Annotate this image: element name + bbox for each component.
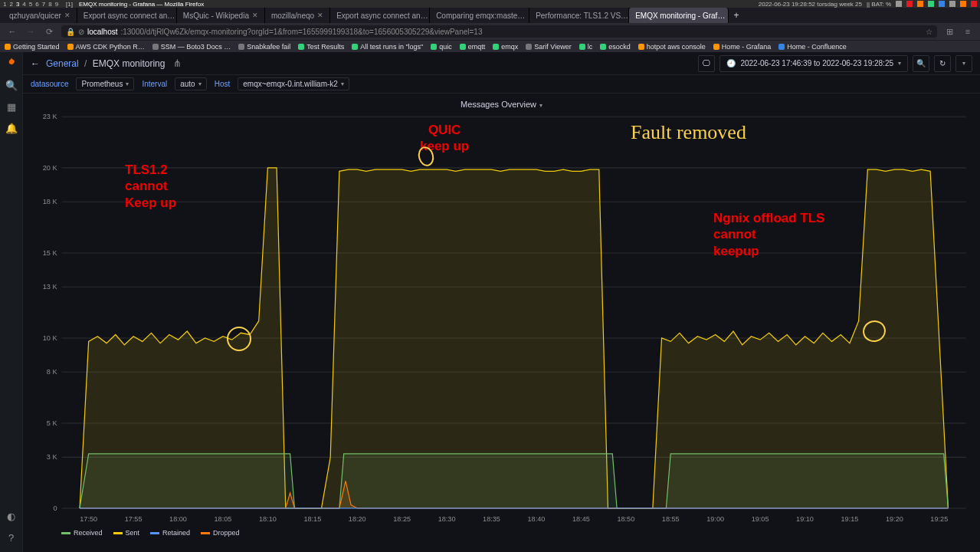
search-icon[interactable]: 🔍 [5, 80, 18, 92]
ws-4[interactable]: 4 [22, 1, 25, 8]
bookmark-item[interactable]: quic [431, 43, 452, 51]
bookmark-item[interactable]: SSM — Boto3 Docs … [152, 43, 231, 51]
legend-swatch [150, 532, 159, 534]
help-icon[interactable]: ? [5, 532, 18, 544]
browser-tab[interactable]: MsQuic - Wikipedia✕ [177, 8, 265, 23]
ws-2[interactable]: 2 [9, 1, 12, 8]
legend-item[interactable]: Dropped [201, 529, 240, 537]
bookmark-item[interactable]: emqtt [460, 43, 486, 51]
zoom-out-button[interactable]: 🔍 [913, 55, 929, 72]
new-tab-button[interactable]: + [729, 8, 744, 23]
svg-text:19:15: 19:15 [841, 515, 859, 523]
ws-9[interactable]: 9 [55, 1, 58, 8]
ws-3[interactable]: 3 [16, 1, 19, 8]
profile-icon[interactable]: ◐ [5, 511, 18, 523]
legend-item[interactable]: Received [61, 529, 103, 537]
browser-tab[interactable]: Export async connect an…✕ [77, 8, 177, 23]
tray-icon[interactable] [928, 1, 934, 7]
ws-6[interactable]: 6 [35, 1, 38, 8]
tray-icon[interactable] [949, 1, 955, 7]
svg-text:18:15: 18:15 [303, 515, 321, 523]
close-icon[interactable]: ✕ [317, 12, 323, 19]
var-interval-select[interactable]: auto▾ [175, 77, 206, 90]
bookmark-item[interactable]: Home - Grafana [713, 43, 772, 51]
svg-text:10 K: 10 K [43, 334, 58, 342]
panel-area: Messages Overview▾ 03 K5 K8 K10 K13 K15 … [23, 94, 980, 552]
refresh-interval-picker[interactable]: ▾ [955, 55, 972, 72]
svg-text:5 K: 5 K [47, 419, 58, 427]
hamburger-menu-icon[interactable]: ≡ [962, 27, 974, 36]
bookmark-star-icon[interactable]: ☆ [926, 28, 932, 36]
tray-icon[interactable] [939, 1, 945, 7]
svg-text:19:00: 19:00 [706, 515, 724, 523]
bookmark-item[interactable]: emqx [493, 43, 518, 51]
grafana-logo-icon[interactable] [5, 57, 18, 71]
legend-item[interactable]: Retained [150, 529, 190, 537]
nav-forward-button[interactable]: → [25, 27, 37, 36]
svg-text:19:10: 19:10 [796, 515, 814, 523]
svg-text:18:55: 18:55 [662, 515, 680, 523]
browser-tab[interactable]: qzhuyan/quicer✕ [3, 8, 77, 23]
url-rest: :13000/d/tjRlQw6Zk/emqx-monitoring?orgId… [120, 28, 482, 36]
desktop-battery: || BAT: % [867, 1, 891, 8]
breadcrumb-title[interactable]: EMQX monitoring [93, 58, 166, 69]
tray-icon[interactable] [917, 1, 923, 7]
chart[interactable]: 03 K5 K8 K10 K13 K15 K18 K20 K23 K17:501… [29, 112, 974, 527]
browser-tab[interactable]: Performance: TLS1.2 VS…✕ [529, 8, 629, 23]
bookmark-item[interactable]: Home - Confluence [778, 43, 847, 51]
bookmark-icon [493, 44, 499, 50]
account-icon[interactable]: ⊞ [943, 27, 955, 37]
back-arrow-icon[interactable]: ← [31, 58, 40, 69]
ws-8[interactable]: 8 [48, 1, 51, 8]
time-range-picker[interactable]: 🕘 2022-06-23 17:46:39 to 2022-06-23 19:2… [719, 55, 908, 72]
bookmark-item[interactable]: hotpot aws console [638, 43, 706, 51]
breadcrumb[interactable]: General / EMQX monitoring [46, 58, 165, 69]
close-icon[interactable]: ✕ [64, 12, 70, 19]
ws-7[interactable]: 7 [42, 1, 45, 8]
svg-text:3 K: 3 K [47, 453, 58, 461]
var-host-select[interactable]: emqx~emqx-0.int.william-k2▾ [238, 77, 349, 90]
dashboards-icon[interactable]: ▦ [5, 101, 18, 113]
ws-1[interactable]: 1 [3, 1, 6, 8]
url-input[interactable]: 🔒 ⊘ localhost:13000/d/tjRlQw6Zk/emqx-mon… [61, 25, 937, 38]
bookmark-item[interactable]: lc [579, 43, 593, 51]
tray-icon[interactable] [960, 1, 966, 7]
svg-text:18:45: 18:45 [572, 515, 590, 523]
lock-icon: 🔒 [66, 28, 75, 36]
share-icon[interactable]: ⋔ [171, 58, 183, 70]
tray-icon[interactable] [906, 1, 913, 7]
browser-tab[interactable]: EMQX monitoring - Graf…✕ [629, 8, 729, 23]
bookmark-item[interactable]: Getting Started [5, 43, 60, 51]
svg-text:18 K: 18 K [43, 198, 58, 205]
bookmark-icon [5, 44, 11, 50]
svg-text:18:50: 18:50 [617, 515, 634, 523]
svg-text:19:25: 19:25 [930, 515, 948, 523]
breadcrumb-folder[interactable]: General [46, 58, 79, 69]
bookmark-item[interactable]: AWS CDK Python R… [67, 43, 145, 51]
tray-icon[interactable] [896, 1, 902, 7]
browser-tab[interactable]: Comparing emqx:maste…✕ [430, 8, 529, 23]
bookmark-item[interactable]: Snabkafee fail [238, 43, 290, 51]
bookmark-item[interactable]: Test Results [298, 43, 344, 51]
nav-back-button[interactable]: ← [6, 27, 18, 36]
legend-item[interactable]: Sent [113, 529, 140, 537]
bookmark-item[interactable]: Sarif Viewer [526, 43, 571, 51]
bookmark-icon [298, 44, 304, 50]
tray-icon[interactable] [971, 1, 977, 7]
bookmark-item[interactable]: esockd [600, 43, 631, 51]
bookmark-icon [526, 44, 532, 50]
alerting-icon[interactable]: 🔔 [5, 123, 18, 135]
browser-tab[interactable]: Export async connect an…✕ [330, 8, 430, 23]
refresh-button[interactable]: ↻ [934, 55, 951, 72]
close-icon[interactable]: ✕ [252, 12, 258, 19]
grafana-sidebar: 🔍 ▦ 🔔 ◐ ? [0, 52, 23, 552]
bookmark-item[interactable]: All test runs in "logs" [352, 43, 423, 51]
ws-5[interactable]: 5 [29, 1, 32, 8]
var-datasource-select[interactable]: Prometheus▾ [76, 77, 134, 90]
nav-reload-button[interactable]: ⟳ [43, 27, 55, 37]
browser-tab[interactable]: mozilla/neqo✕ [265, 8, 330, 23]
monitor-icon[interactable]: 🖵 [698, 55, 715, 72]
desktop-tray: 2022-06-23 19:28:52 torsdag week 25 || B… [759, 1, 977, 8]
panel-title[interactable]: Messages Overview▾ [29, 97, 974, 112]
time-range-text: 2022-06-23 17:46:39 to 2022-06-23 19:28:… [740, 59, 893, 67]
